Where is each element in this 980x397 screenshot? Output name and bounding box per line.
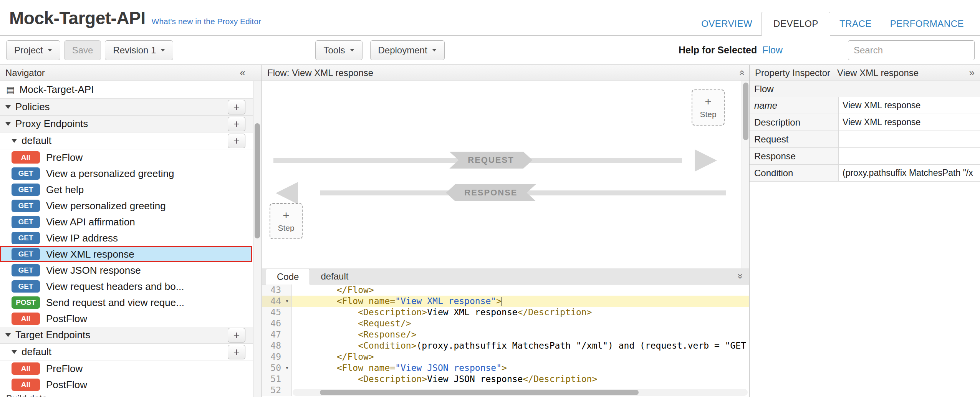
- section-proxy-endpoints[interactable]: Proxy Endpoints +: [0, 116, 262, 132]
- flow-label: PreFlow: [46, 363, 83, 375]
- property-row-condition: Condition (proxy.pathsuffix MatchesPath …: [750, 165, 980, 182]
- code-line[interactable]: 48 <Condition>(proxy.pathsuffix MatchesP…: [262, 340, 749, 351]
- flow-panel-header: Flow: View XML response »: [262, 65, 749, 81]
- code-text[interactable]: <Response/>: [292, 329, 749, 340]
- revision-dropdown[interactable]: Revision 1: [105, 40, 173, 60]
- nav-flow-view-a-personalized-greeting[interactable]: GET View a personalized greeting: [0, 165, 262, 182]
- method-badge: All: [12, 362, 40, 375]
- tab-develop[interactable]: DEVELOP: [761, 12, 830, 36]
- section-target-endpoints[interactable]: Target Endpoints +: [0, 327, 262, 344]
- fold-gutter: [283, 351, 292, 362]
- code-text[interactable]: <Condition>(proxy.pathsuffix MatchesPath…: [292, 340, 749, 351]
- target-endpoint-default[interactable]: default +: [0, 344, 262, 361]
- navigator-tree: ▤ Mock-Target-API Policies + Proxy Endpo…: [0, 81, 262, 393]
- whats-new-link[interactable]: What's new in the Proxy Editor: [152, 17, 261, 26]
- code-line[interactable]: 50▾ <Flow name="View JSON response">: [262, 362, 749, 374]
- section-policies[interactable]: Policies +: [0, 99, 262, 116]
- line-number: 45: [262, 307, 283, 318]
- code-line[interactable]: 44▾ <Flow name="View XML response">: [262, 296, 749, 307]
- property-value[interactable]: View XML response: [839, 114, 980, 131]
- tab-code[interactable]: Code: [266, 269, 310, 285]
- code-line[interactable]: 46 <Request/>: [262, 318, 749, 329]
- add-target-flow-button[interactable]: +: [228, 345, 245, 359]
- add-flow-button[interactable]: +: [228, 134, 245, 148]
- navigator-scrollbar[interactable]: [253, 81, 262, 397]
- flow-scrollbar[interactable]: [742, 81, 749, 268]
- step-label: Step: [700, 110, 716, 119]
- page-title: Mock-Target-API: [9, 8, 146, 28]
- collapse-navigator-icon[interactable]: «: [240, 67, 245, 79]
- property-value[interactable]: [839, 148, 980, 164]
- proxy-endpoint-default[interactable]: default +: [0, 132, 262, 149]
- property-value[interactable]: (proxy.pathsuffix MatchesPath "/x: [839, 165, 980, 181]
- fold-arrow-icon[interactable]: ▾: [283, 296, 292, 307]
- target-endpoint-default-label: default: [22, 346, 51, 358]
- property-inspector-panel: Property Inspector View XML response » F…: [750, 65, 980, 397]
- save-label: Save: [72, 45, 93, 56]
- nav-flow-view-ip-address[interactable]: GET View IP address: [0, 230, 262, 246]
- nav-target-flow-postflow[interactable]: All PostFlow: [0, 377, 262, 393]
- code-text[interactable]: <Flow name="View JSON response">: [292, 362, 749, 374]
- search-input[interactable]: [848, 40, 975, 60]
- collapse-code-panel-icon[interactable]: »: [734, 273, 746, 279]
- tools-dropdown[interactable]: Tools: [315, 40, 362, 60]
- fold-gutter: [283, 307, 292, 318]
- add-step-button-response[interactable]: + Step: [270, 203, 303, 239]
- deployment-dropdown[interactable]: Deployment: [370, 40, 445, 60]
- nav-flow-view-request-headers[interactable]: GET View request headers and bo...: [0, 278, 262, 294]
- scrollbar-thumb[interactable]: [320, 390, 639, 395]
- tab-performance[interactable]: PERFORMANCE: [881, 12, 973, 35]
- nav-flow-view-api-affirmation[interactable]: GET View API affirmation: [0, 214, 262, 230]
- code-text[interactable]: <Description>View JSON response</Descrip…: [292, 374, 749, 385]
- flow-label: Send request and view reque...: [46, 297, 184, 309]
- method-badge: All: [12, 313, 40, 325]
- code-text[interactable]: </Flow>: [292, 351, 749, 362]
- add-step-button-request[interactable]: + Step: [692, 89, 725, 126]
- horizontal-scrollbar[interactable]: [293, 389, 748, 396]
- inspector-section-flow: Flow: [750, 81, 980, 97]
- nav-flow-view-personalized-greeting[interactable]: GET View personalized greeting: [0, 198, 262, 214]
- save-button[interactable]: Save: [64, 40, 101, 60]
- code-line[interactable]: 45 <Description>View XML response</Descr…: [262, 307, 749, 318]
- nav-flow-get-help[interactable]: GET Get help: [0, 182, 262, 198]
- property-row-name: name View XML response: [750, 97, 980, 114]
- code-editor[interactable]: 43 </Flow>44▾ <Flow name="View XML respo…: [262, 285, 749, 397]
- code-line[interactable]: 43 </Flow>: [262, 285, 749, 296]
- add-target-endpoint-button[interactable]: +: [228, 328, 245, 342]
- scrollbar-thumb[interactable]: [743, 83, 748, 140]
- line-number: 48: [262, 340, 283, 351]
- add-policy-button[interactable]: +: [228, 100, 245, 114]
- nav-flow-postflow[interactable]: All PostFlow: [0, 311, 262, 327]
- add-proxy-endpoint-button[interactable]: +: [228, 117, 245, 131]
- flow-label: View IP address: [46, 232, 118, 244]
- scrollbar-thumb[interactable]: [255, 123, 260, 238]
- plus-icon: +: [283, 210, 290, 221]
- nav-flow-preflow[interactable]: All PreFlow: [0, 149, 262, 165]
- property-value[interactable]: [839, 131, 980, 147]
- line-number: 50: [262, 362, 283, 374]
- help-flow-link[interactable]: Flow: [762, 45, 783, 56]
- nav-root-proxy[interactable]: ▤ Mock-Target-API: [0, 81, 262, 99]
- nav-flow-send-request[interactable]: POST Send request and view reque...: [0, 294, 262, 311]
- tab-trace[interactable]: TRACE: [830, 12, 881, 35]
- fold-arrow-icon[interactable]: ▾: [283, 362, 292, 374]
- code-line[interactable]: 47 <Response/>: [262, 329, 749, 340]
- code-text[interactable]: </Flow>: [292, 285, 749, 296]
- nav-flow-view-json-response[interactable]: GET View JSON response: [0, 262, 262, 278]
- tab-overview[interactable]: OVERVIEW: [692, 12, 761, 35]
- flow-editor-panel: Flow: View XML response » + Step REQUEST…: [262, 65, 750, 397]
- toolbar: Project Save Revision 1 Tools Deployment…: [0, 36, 980, 65]
- code-text[interactable]: <Request/>: [292, 318, 749, 329]
- code-line[interactable]: 51 <Description>View JSON response</Desc…: [262, 374, 749, 385]
- code-text[interactable]: <Flow name="View XML response">: [292, 296, 749, 307]
- collapse-flow-panel-icon[interactable]: »: [735, 70, 747, 75]
- code-text[interactable]: <Description>View XML response</Descript…: [292, 307, 749, 318]
- property-label: Description: [750, 114, 839, 131]
- code-line[interactable]: 49 </Flow>: [262, 351, 749, 362]
- nav-flow-view-xml-response-selected[interactable]: GET View XML response: [0, 246, 252, 262]
- property-value[interactable]: View XML response: [839, 97, 980, 114]
- nav-target-flow-preflow[interactable]: All PreFlow: [0, 361, 262, 377]
- response-arrow-left-icon: [276, 182, 298, 204]
- expand-inspector-icon[interactable]: »: [969, 67, 975, 79]
- project-dropdown[interactable]: Project: [6, 40, 60, 60]
